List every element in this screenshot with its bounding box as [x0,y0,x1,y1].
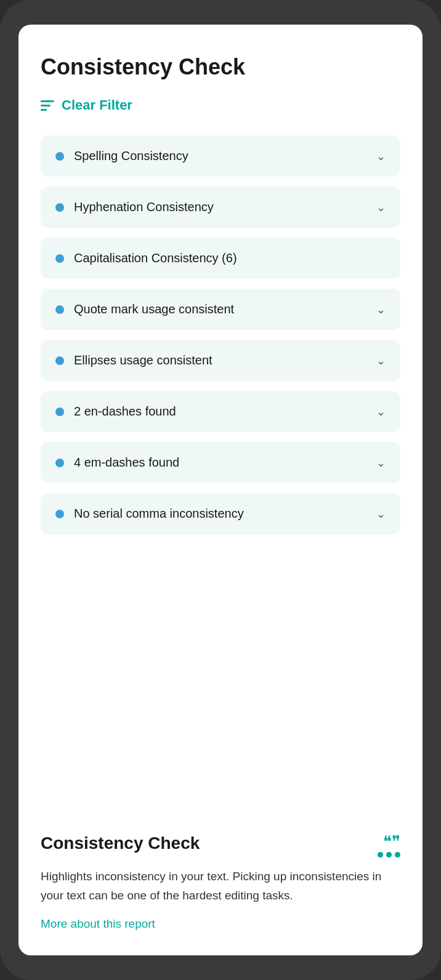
list-item[interactable]: Capitalisation Consistency (6) [41,238,400,279]
item-label: Hyphenation Consistency [74,200,214,214]
item-label: Spelling Consistency [74,149,188,163]
list-item-left: Quote mark usage consistent [55,302,234,316]
filter-icon [41,100,54,111]
list-item-left: Ellipses usage consistent [55,353,212,367]
chevron-down-icon: ⌄ [376,456,386,470]
item-label: No serial comma inconsistency [74,507,244,521]
status-dot [55,510,64,518]
list-item-left: 2 en-dashes found [55,404,176,419]
dots-icon [378,852,400,857]
item-label: 4 em-dashes found [74,456,179,470]
chevron-down-icon: ⌄ [376,507,386,521]
list-item[interactable]: Quote mark usage consistent⌄ [41,289,400,330]
quote-icon: ❝❞ [378,833,400,857]
bottom-section: Consistency Check ❝❞ Highlights inconsis… [41,824,400,931]
list-item-left: Spelling Consistency [55,149,188,163]
bottom-title: Consistency Check [41,833,200,853]
item-label: Ellipses usage consistent [74,353,212,367]
list-item-left: Capitalisation Consistency (6) [55,251,237,265]
list-item-left: No serial comma inconsistency [55,507,244,521]
bottom-header: Consistency Check ❝❞ [41,833,400,857]
list-item-left: 4 em-dashes found [55,456,179,470]
phone-frame: Consistency Check Clear Filter Spelling … [0,0,441,980]
page-title: Consistency Check [41,54,400,80]
main-card: Consistency Check Clear Filter Spelling … [18,25,423,955]
chevron-down-icon: ⌄ [376,201,386,214]
more-about-link[interactable]: More about this report [41,917,155,930]
status-dot [55,459,64,467]
status-dot [55,356,64,365]
chevron-down-icon: ⌄ [376,354,386,367]
status-dot [55,203,64,212]
chevron-down-icon: ⌄ [376,303,386,316]
clear-filter-button[interactable]: Clear Filter [41,97,400,113]
item-label: Capitalisation Consistency (6) [74,251,237,265]
chevron-down-icon: ⌄ [376,150,386,163]
items-list: Spelling Consistency⌄Hyphenation Consist… [41,135,400,794]
list-item-left: Hyphenation Consistency [55,200,214,214]
list-item[interactable]: Hyphenation Consistency⌄ [41,187,400,228]
list-item[interactable]: 2 en-dashes found⌄ [41,391,400,432]
clear-filter-label: Clear Filter [62,97,132,113]
chevron-down-icon: ⌄ [376,405,386,419]
status-dot [55,152,64,161]
bottom-description: Highlights inconsistency in your text. P… [41,867,400,905]
status-dot [55,408,64,416]
list-item[interactable]: Ellipses usage consistent⌄ [41,340,400,381]
status-dot [55,305,64,314]
list-item[interactable]: No serial comma inconsistency⌄ [41,493,400,534]
quote-marks-icon: ❝❞ [383,833,400,849]
item-label: Quote mark usage consistent [74,302,234,316]
item-label: 2 en-dashes found [74,404,176,419]
status-dot [55,254,64,263]
list-item[interactable]: 4 em-dashes found⌄ [41,442,400,483]
list-item[interactable]: Spelling Consistency⌄ [41,135,400,177]
